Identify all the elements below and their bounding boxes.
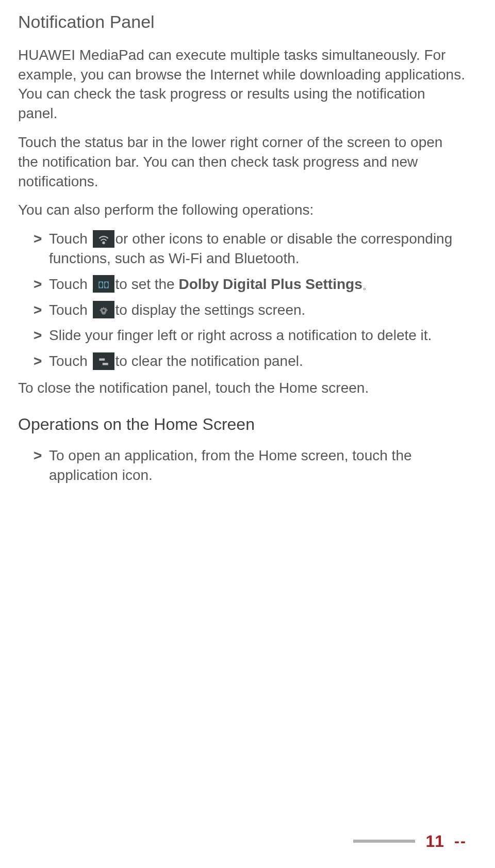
bullet-dolby-settings: Touch to set the Dolby Digital Plus Sett…: [34, 275, 467, 294]
bullet-slide-delete: Slide your finger left or right across a…: [34, 326, 467, 345]
svg-rect-8: [102, 363, 108, 365]
bullet-text: to display the settings screen.: [116, 302, 306, 318]
gear-icon: [93, 301, 114, 318]
section-title-notification-panel: Notification Panel: [18, 10, 467, 34]
bullet-open-app: To open an application, from the Home sc…: [34, 446, 467, 485]
footer-divider-line: [353, 840, 415, 843]
svg-point-4: [105, 282, 108, 288]
bullet-text: Touch: [49, 231, 92, 247]
bullet-text: to set the: [116, 276, 179, 292]
intro-paragraph-3: You can also perform the following opera…: [18, 200, 467, 220]
ideographic-period: 。: [362, 281, 372, 291]
bullet-clear-panel: Touch to clear the notification panel.: [34, 351, 467, 371]
home-operations-list: To open an application, from the Home sc…: [18, 446, 467, 485]
svg-rect-7: [99, 359, 105, 361]
bullet-text: to clear the notification panel.: [116, 353, 303, 369]
bullet-text: Touch: [49, 353, 92, 369]
wifi-icon: [93, 230, 114, 248]
svg-point-0: [103, 242, 104, 244]
bullet-wifi-toggle: Touch or other icons to enable or disabl…: [34, 229, 467, 268]
page-footer: 11 --: [353, 830, 467, 853]
page-number: 11: [425, 830, 444, 853]
dolby-icon: [93, 275, 114, 293]
page-separator: --: [454, 831, 467, 852]
clear-icon: [93, 352, 114, 370]
svg-point-6: [102, 309, 105, 312]
intro-paragraph-2: Touch the status bar in the lower right …: [18, 133, 467, 191]
svg-point-3: [99, 282, 103, 288]
bullet-settings-screen: Touch to display the settings screen.: [34, 300, 467, 320]
operations-list: Touch or other icons to enable or disabl…: [18, 229, 467, 371]
bullet-text: Touch: [49, 302, 92, 318]
bullet-text: Touch: [49, 276, 92, 292]
dolby-bold-text: Dolby Digital Plus Settings: [178, 276, 362, 292]
intro-paragraph-1: HUAWEI MediaPad can execute multiple tas…: [18, 45, 467, 123]
closing-paragraph: To close the notification panel, touch t…: [18, 378, 467, 398]
section-title-home-operations: Operations on the Home Screen: [18, 413, 467, 436]
